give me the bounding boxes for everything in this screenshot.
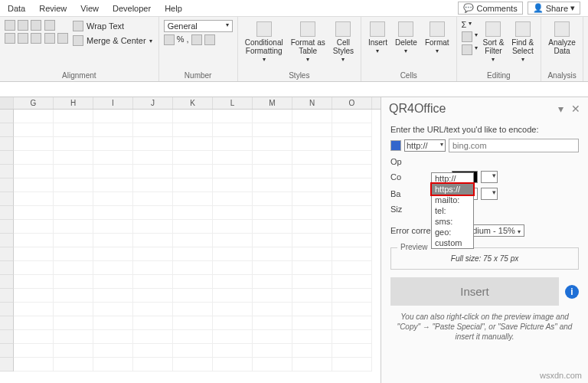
cell[interactable] xyxy=(213,289,253,303)
dec-decimal-icon[interactable] xyxy=(204,34,215,45)
proto-option-geo[interactable]: geo: xyxy=(432,227,473,237)
cell[interactable] xyxy=(173,110,213,123)
row-header[interactable] xyxy=(0,110,14,123)
cell[interactable] xyxy=(93,330,133,344)
cell[interactable] xyxy=(14,220,54,234)
cell[interactable] xyxy=(173,275,213,289)
cell[interactable] xyxy=(93,344,133,358)
cell[interactable] xyxy=(133,344,173,358)
indent-dec-icon[interactable] xyxy=(44,33,55,44)
orientation-icon[interactable] xyxy=(44,20,55,31)
cell[interactable] xyxy=(133,165,173,178)
cell[interactable] xyxy=(253,123,292,137)
cell[interactable] xyxy=(93,220,133,234)
cell[interactable] xyxy=(292,123,332,137)
select-all-corner[interactable] xyxy=(0,97,14,109)
cell[interactable] xyxy=(133,289,173,303)
cell[interactable] xyxy=(253,165,292,178)
cell[interactable] xyxy=(54,165,93,178)
cell[interactable] xyxy=(332,358,372,372)
row-header[interactable] xyxy=(0,234,14,247)
cell[interactable] xyxy=(54,303,93,316)
cell[interactable] xyxy=(332,220,372,234)
percent-icon[interactable]: % xyxy=(177,34,185,45)
cell[interactable] xyxy=(332,316,372,330)
cell[interactable] xyxy=(173,178,213,192)
cell[interactable] xyxy=(14,275,54,289)
col-header[interactable]: N xyxy=(292,97,332,109)
cell[interactable] xyxy=(253,110,292,123)
cell[interactable] xyxy=(14,206,54,220)
cell[interactable] xyxy=(54,110,93,123)
cell[interactable] xyxy=(253,303,292,316)
cell[interactable] xyxy=(253,344,292,358)
cell[interactable] xyxy=(213,220,253,234)
cell[interactable] xyxy=(93,165,133,178)
cell[interactable] xyxy=(253,220,292,234)
col-header[interactable]: H xyxy=(54,97,93,109)
proto-option-http[interactable]: http:// xyxy=(432,173,473,184)
row-header[interactable] xyxy=(0,165,14,178)
protocol-dropdown[interactable]: http:// https:// mailto: tel: sms: geo: … xyxy=(431,172,474,249)
cell[interactable] xyxy=(14,178,54,192)
col-header[interactable]: I xyxy=(93,97,133,109)
insert-button[interactable]: Insert xyxy=(390,277,559,306)
find-select-button[interactable]: Find & Select▾ xyxy=(509,20,536,65)
cell[interactable] xyxy=(173,123,213,137)
row-header[interactable] xyxy=(0,358,14,372)
cell[interactable] xyxy=(93,192,133,206)
cell[interactable] xyxy=(173,206,213,220)
formula-bar[interactable] xyxy=(0,82,588,97)
cell[interactable] xyxy=(292,261,332,275)
cell[interactable] xyxy=(14,234,54,247)
proto-option-custom[interactable]: custom xyxy=(432,237,473,248)
cell[interactable] xyxy=(173,358,213,372)
cell[interactable] xyxy=(213,234,253,247)
cell[interactable] xyxy=(213,192,253,206)
cell[interactable] xyxy=(14,165,54,178)
cell[interactable] xyxy=(213,178,253,192)
cell[interactable] xyxy=(14,110,54,123)
cell[interactable] xyxy=(14,123,54,137)
cell[interactable] xyxy=(253,316,292,330)
row-header[interactable] xyxy=(0,178,14,192)
currency-icon[interactable] xyxy=(164,34,175,45)
cell[interactable] xyxy=(213,330,253,344)
cell[interactable] xyxy=(93,206,133,220)
cell[interactable] xyxy=(54,192,93,206)
fg-color-dropdown[interactable] xyxy=(481,171,498,183)
cell[interactable] xyxy=(292,247,332,261)
cell[interactable] xyxy=(253,178,292,192)
cell[interactable] xyxy=(133,151,173,165)
cell[interactable] xyxy=(213,247,253,261)
cell[interactable] xyxy=(292,330,332,344)
cell[interactable] xyxy=(54,358,93,372)
cell[interactable] xyxy=(332,178,372,192)
cell[interactable] xyxy=(213,303,253,316)
indent-inc-icon[interactable] xyxy=(57,33,68,44)
cell[interactable] xyxy=(213,206,253,220)
col-header[interactable]: L xyxy=(213,97,253,109)
cell[interactable] xyxy=(292,289,332,303)
menu-developer[interactable]: Developer xyxy=(113,4,151,13)
cell[interactable] xyxy=(93,123,133,137)
cell[interactable] xyxy=(133,330,173,344)
cell[interactable] xyxy=(292,275,332,289)
row-header[interactable] xyxy=(0,192,14,206)
info-icon[interactable]: i xyxy=(565,285,579,299)
cell[interactable] xyxy=(133,192,173,206)
cell[interactable] xyxy=(253,151,292,165)
cell[interactable] xyxy=(253,289,292,303)
cell[interactable] xyxy=(54,275,93,289)
cell[interactable] xyxy=(54,316,93,330)
cell[interactable] xyxy=(332,261,372,275)
cell[interactable] xyxy=(14,137,54,151)
cell[interactable] xyxy=(14,344,54,358)
cell[interactable] xyxy=(93,110,133,123)
cell[interactable] xyxy=(54,178,93,192)
cell[interactable] xyxy=(93,316,133,330)
cell[interactable] xyxy=(14,247,54,261)
cell[interactable] xyxy=(332,289,372,303)
row-header[interactable] xyxy=(0,330,14,344)
cell[interactable] xyxy=(292,137,332,151)
